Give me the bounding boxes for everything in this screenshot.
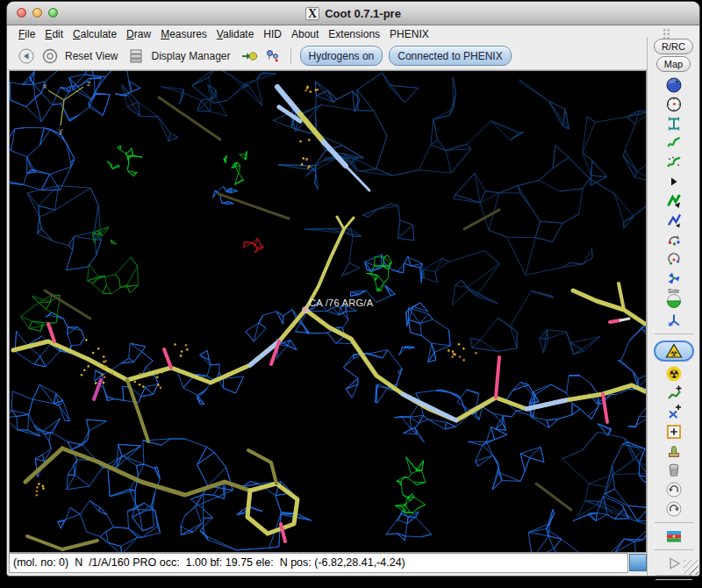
ligand-squiggle-icon[interactable] <box>665 134 683 152</box>
model-toolbar: R/RC Map Side ☢ ☢ <box>647 37 699 576</box>
svg-text:z: z <box>87 79 91 88</box>
divider-line <box>655 575 692 576</box>
hydrogens-on-button[interactable]: Hydrogens on <box>300 46 383 66</box>
sidebar-separator <box>655 549 693 550</box>
delete-item-icon[interactable] <box>665 462 683 479</box>
window-resize-grip[interactable] <box>684 560 698 575</box>
expander-icon[interactable] <box>665 173 683 190</box>
window-title: X Coot 0.7.1-pre <box>7 2 699 25</box>
menu-calculate[interactable]: Calculate <box>73 28 117 40</box>
refine-zone-icon[interactable] <box>665 192 683 210</box>
svg-text:☢: ☢ <box>670 349 677 358</box>
connected-to-phenix-button[interactable]: Connected to PHENIX <box>389 46 511 66</box>
toolbar-separator <box>290 48 291 64</box>
minimize-button[interactable] <box>32 8 42 18</box>
atom-pointer-icon[interactable] <box>240 47 258 65</box>
regularize-zone-icon[interactable] <box>665 212 683 229</box>
auto-fit-rotamer-icon[interactable] <box>665 231 683 248</box>
divider-line <box>655 579 692 580</box>
anchor-icon[interactable] <box>665 115 683 133</box>
residue-label: CA /76 ARG/A <box>309 298 373 308</box>
radiation-icon[interactable]: ☢ <box>665 365 683 383</box>
menu-extensions[interactable]: Extensions <box>328 28 380 40</box>
menu-draw[interactable]: Draw <box>126 28 151 40</box>
sidebar-separator <box>655 333 693 334</box>
rrc-button[interactable]: R/RC <box>654 39 693 54</box>
menu-phenix[interactable]: PHENIX <box>390 28 429 40</box>
display-manager-icon[interactable] <box>127 47 145 65</box>
rotamer-icon[interactable] <box>665 250 683 268</box>
redo-icon[interactable] <box>665 500 683 518</box>
menu-edit[interactable]: Edit <box>45 28 63 40</box>
play-icon[interactable] <box>665 555 683 572</box>
rsr-selected-button[interactable]: ☢ <box>654 341 694 362</box>
side-label: Side <box>665 288 683 294</box>
undo-icon[interactable] <box>665 481 683 498</box>
place-atom-icon[interactable] <box>665 423 683 441</box>
status-bar: (mol. no: 0) N /1/A/160 PRO occ: 1.00 bf… <box>9 553 628 573</box>
main-toolbar: Reset View Display Manager Hydrogens on … <box>7 42 647 70</box>
zoom-button[interactable] <box>48 8 58 18</box>
gl-canvas[interactable]: xzy CA /76 ARG/A <box>9 70 647 553</box>
add-alt-conf-icon[interactable] <box>665 404 683 421</box>
density-scene: xzy <box>10 71 646 552</box>
flip-sidechain-icon[interactable] <box>665 269 683 287</box>
menu-validate[interactable]: Validate <box>217 28 254 40</box>
clear-pending-icon[interactable] <box>665 442 683 460</box>
menu-hid[interactable]: HID <box>263 28 282 40</box>
clock-icon[interactable] <box>665 96 683 113</box>
reset-view-icon[interactable] <box>41 47 59 65</box>
add-terminal-residue-icon[interactable] <box>665 384 683 402</box>
flag-icon[interactable] <box>663 527 684 545</box>
map-button[interactable]: Map <box>656 56 691 72</box>
flip-peptide-icon[interactable] <box>665 312 683 329</box>
x11-icon: X <box>305 7 319 20</box>
status-corner-button[interactable] <box>629 554 647 571</box>
menu-about[interactable]: About <box>291 28 319 40</box>
coot-window: X Coot 0.7.1-pre FileEditCalculateDrawMe… <box>7 2 699 576</box>
display-manager-button[interactable]: Display Manager <box>151 50 230 62</box>
rsr-triangle-icon: ☢ <box>665 342 683 360</box>
map-sphere-icon[interactable] <box>665 76 683 94</box>
menu-file[interactable]: File <box>18 28 35 40</box>
flex-ligand-icon[interactable] <box>665 154 683 171</box>
svg-text:☢: ☢ <box>669 368 679 381</box>
side-chain-180-icon[interactable]: Side <box>665 289 683 310</box>
reset-view-button[interactable]: Reset View <box>65 50 118 62</box>
back-icon[interactable] <box>18 47 35 65</box>
sidebar-separator <box>655 522 693 523</box>
svg-text:x: x <box>43 82 47 90</box>
molecule-icon[interactable] <box>264 47 282 65</box>
close-button[interactable] <box>17 8 26 18</box>
title-bar[interactable]: X Coot 0.7.1-pre <box>7 2 699 25</box>
menu-measures[interactable]: Measures <box>161 28 207 40</box>
svg-text:y: y <box>59 126 63 135</box>
menu-bar: FileEditCalculateDrawMeasuresValidateHID… <box>7 25 699 43</box>
